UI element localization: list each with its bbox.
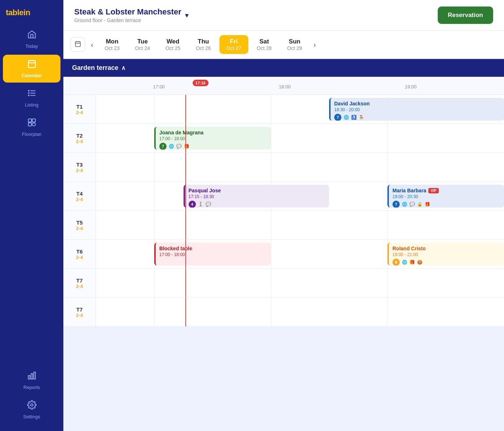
sidebar-item-floorplan[interactable]: Floorplan <box>3 113 60 141</box>
svg-point-9 <box>28 95 29 96</box>
table-slots-t5 <box>96 211 504 239</box>
settings-icon <box>27 400 37 412</box>
calendar-picker-button[interactable] <box>71 37 85 52</box>
section-header: Garden terrace ∧ <box>63 59 504 77</box>
calendar-area: Garden terrace ∧ 17:16 17:00 <box>63 59 504 327</box>
table-slots-t2: Joana de Magrana 17:00 - 18:00 7 🌐💬🎁 <box>96 124 504 152</box>
day-button-sat[interactable]: Sat Oct 28 <box>250 35 279 54</box>
time-label-1800: 18:00 <box>279 83 291 90</box>
time-label-1700: 17:00 <box>153 83 165 90</box>
restaurant-name: Steak & Lobster Manchester <box>74 7 181 17</box>
timeline: 17:16 17:00 18:00 19:00 <box>63 77 504 327</box>
sidebar-item-settings[interactable]: Settings <box>3 396 60 424</box>
table-row-t4: T4 2-4 Pasqual Jose 17:15 - 18:30 <box>63 182 504 211</box>
section-collapse-icon[interactable]: ∧ <box>121 64 126 71</box>
table-label-t1: T1 2-4 <box>63 95 96 124</box>
svg-rect-14 <box>28 376 30 379</box>
table-row-t1: T1 2-4 David Jackson <box>63 95 504 124</box>
day-button-wed[interactable]: Wed Oct 25 <box>159 35 188 54</box>
floorplan-icon <box>27 118 37 129</box>
app-logo: tablein <box>0 0 63 24</box>
reservation-pasqual[interactable]: Pasqual Jose 17:15 - 18:30 4 🚶💬 <box>184 185 329 208</box>
table-row-t7a: T7 2-4 <box>63 269 504 298</box>
sidebar-item-reports[interactable]: Reports <box>3 367 60 394</box>
table-label-t3: T3 2-4 <box>63 153 96 181</box>
reports-icon <box>27 371 37 382</box>
svg-point-7 <box>28 90 29 91</box>
sidebar-item-calendar[interactable]: Calendar <box>3 55 60 83</box>
reports-label: Reports <box>24 385 40 390</box>
svg-rect-15 <box>31 374 32 379</box>
day-button-thu[interactable]: Thu Oct 26 <box>189 35 218 54</box>
listing-label: Listing <box>25 102 39 108</box>
svg-point-13 <box>32 123 35 126</box>
table-slots-t4: Pasqual Jose 17:15 - 18:30 4 🚶💬 <box>96 182 504 210</box>
day-button-sun[interactable]: Sun Oct 29 <box>280 35 309 54</box>
svg-rect-0 <box>28 60 35 68</box>
section-name: Garden terrace <box>72 64 118 72</box>
reservation-blocked[interactable]: Blocked table 17:00 - 18:00 <box>154 243 271 265</box>
table-row-t5: T5 2-4 <box>63 211 504 240</box>
reservation-button[interactable]: Reservation <box>438 7 493 24</box>
sidebar: tablein Today <box>0 0 63 431</box>
restaurant-sub: Ground floor - Garden terrace <box>74 17 181 23</box>
current-time-badge: 17:16 <box>193 80 209 86</box>
table-label-t7a: T7 2-4 <box>63 269 96 297</box>
sidebar-item-today[interactable]: Today <box>3 25 60 53</box>
prev-week-button[interactable]: ‹ <box>88 38 96 51</box>
logo-accent: in <box>24 8 30 17</box>
table-row-t6: T6 2-4 Blocked table 17:00 - 18:00 <box>63 240 504 269</box>
reservation-david-jackson[interactable]: David Jackson 18:30 - 20:00 7 🌐♿🪑 <box>329 98 504 121</box>
calendar-label: Calendar <box>22 73 42 78</box>
table-slots-t6: Blocked table 17:00 - 18:00 Roland Crist… <box>96 240 504 268</box>
table-slots-t1: David Jackson 18:30 - 20:00 7 🌐♿🪑 <box>96 95 504 124</box>
table-label-t4: T4 2-4 <box>63 182 96 210</box>
logo-text: table <box>6 8 24 17</box>
day-button-fri[interactable]: Fri Oct 27 <box>219 35 248 54</box>
reservation-roland[interactable]: Roland Cristo 19:00 - 21:00 8 🌐🎁🍪 <box>387 243 504 265</box>
calendar-icon <box>27 59 37 71</box>
day-button-mon[interactable]: Mon Oct 23 <box>98 35 127 54</box>
table-slots-t3 <box>96 153 504 181</box>
day-button-tue[interactable]: Tue Oct 24 <box>128 35 157 54</box>
table-label-t6: T6 2-4 <box>63 240 96 268</box>
svg-point-17 <box>30 404 33 406</box>
restaurant-info: Steak & Lobster Manchester Ground floor … <box>74 7 189 23</box>
table-slots-t7b <box>96 298 504 326</box>
home-icon <box>27 30 37 41</box>
svg-rect-16 <box>34 372 35 379</box>
svg-rect-10 <box>28 119 32 122</box>
time-label-1900: 19:00 <box>405 83 417 90</box>
today-label: Today <box>25 43 38 49</box>
table-label-t2: T2 2-4 <box>63 124 96 152</box>
sidebar-item-listing[interactable]: Listing <box>3 84 60 112</box>
reservation-joana[interactable]: Joana de Magrana 17:00 - 18:00 7 🌐💬🎁 <box>154 127 271 150</box>
table-row-t7b: T7 2-4 <box>63 298 504 327</box>
settings-label: Settings <box>23 414 40 419</box>
table-label-t7b: T7 2-4 <box>63 298 96 326</box>
restaurant-details: Steak & Lobster Manchester Ground floor … <box>74 7 181 23</box>
svg-point-8 <box>28 93 29 93</box>
table-row-t2: T2 2-4 Joana de Magrana 17:00 - 18:00 <box>63 124 504 153</box>
table-slots-t7a <box>96 269 504 297</box>
table-row-t3: T3 2-4 <box>63 153 504 182</box>
svg-rect-11 <box>32 119 35 122</box>
week-nav: ‹ Mon Oct 23 Tue Oct 24 Wed Oct 25 Thu O… <box>63 31 504 59</box>
listing-icon <box>27 88 37 100</box>
table-label-t5: T5 2-4 <box>63 211 96 239</box>
floorplan-label: Floorplan <box>22 131 41 137</box>
page-header: Steak & Lobster Manchester Ground floor … <box>63 0 504 31</box>
main-content: Steak & Lobster Manchester Ground floor … <box>63 0 504 431</box>
sidebar-nav: Today Calendar <box>0 24 63 431</box>
svg-rect-12 <box>28 123 32 126</box>
svg-rect-18 <box>75 42 80 47</box>
reservation-maria-barbara[interactable]: Maria Barbara VIP 19:00 - 20:30 7 🌐💬🔒🎁 <box>387 185 504 208</box>
next-week-button[interactable]: › <box>311 38 319 51</box>
restaurant-dropdown-icon[interactable]: ▾ <box>185 11 189 20</box>
current-time-line <box>185 95 186 124</box>
